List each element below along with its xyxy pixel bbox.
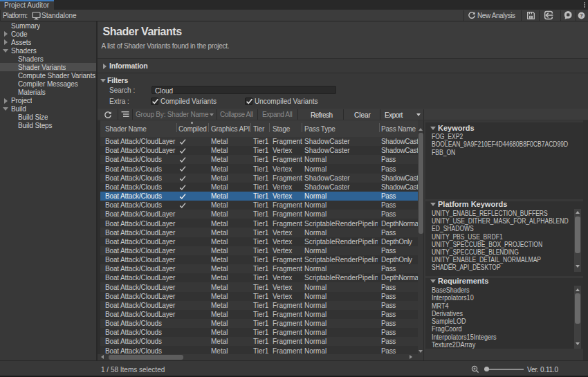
svg-text:?: ? bbox=[580, 12, 583, 19]
